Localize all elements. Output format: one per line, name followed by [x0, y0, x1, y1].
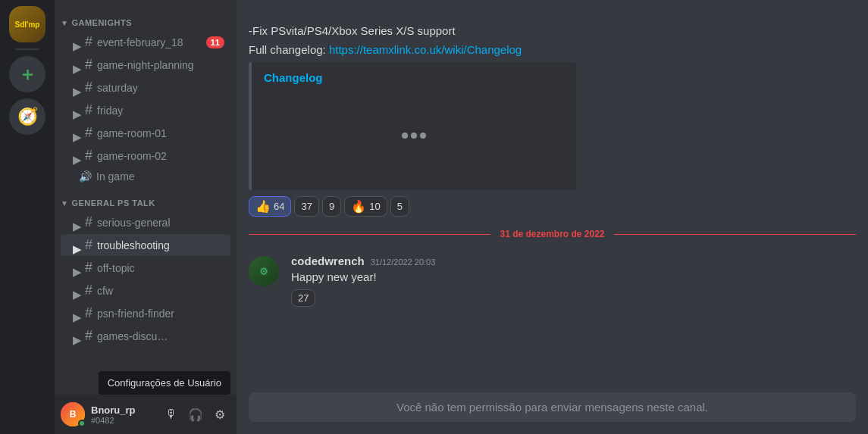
message-text: Happy new year! [291, 269, 856, 285]
hash-icon: # [85, 102, 92, 118]
hash-icon: # [85, 237, 92, 253]
message-username: codedwrench [291, 254, 365, 267]
category-general-ps-talk[interactable]: ▼ GENERAL PS TALK [55, 186, 237, 211]
unread-badge: 11 [206, 36, 224, 48]
reaction-fire[interactable]: 🔥 10 [344, 196, 387, 217]
channel-unread-dot: ▶ [73, 130, 79, 136]
channel-item-game-room-01[interactable]: ▶ # game-room-01 [61, 122, 230, 144]
loading-dot-2 [411, 133, 417, 139]
channel-unread-dot: ▶ [73, 242, 79, 248]
reaction-3[interactable]: 9 [322, 196, 341, 217]
category-gamenights[interactable]: ▼ GAMENIGHTS [55, 6, 237, 30]
channel-item-games-disc[interactable]: ▶ # games-discu… [61, 325, 230, 347]
server-explore-button[interactable]: 🧭 [9, 98, 45, 135]
date-line-left [249, 234, 490, 235]
reaction-thumbsup[interactable]: 👍 64 [249, 196, 291, 217]
channel-list: ▼ GAMENIGHTS ▶ # event-february_18 11 ▶ … [55, 0, 237, 395]
reaction-2[interactable]: 37 [294, 196, 318, 217]
user-settings-button[interactable]: ⚙ [209, 404, 230, 425]
channel-unread-dot: ▶ [73, 288, 79, 294]
channel-unread-dot: ▶ [73, 311, 79, 317]
hash-icon: # [85, 34, 92, 50]
server-icon-sdlmp[interactable]: Sdl'mp [9, 6, 45, 42]
reaction-count: 5 [397, 201, 403, 212]
date-text: 31 de dezembro de 2022 [500, 229, 604, 239]
changelog-link[interactable]: https://teamxlink.co.uk/wiki/Changelog [329, 43, 522, 56]
message-timestamp: 31/12/2022 20:03 [371, 258, 436, 267]
channel-unread-dot: ▶ [73, 220, 79, 226]
loading-dot-3 [420, 133, 426, 139]
date-divider: 31 de dezembro de 2022 [237, 217, 868, 251]
hash-icon: # [85, 328, 92, 344]
embed-loading [264, 90, 564, 181]
channel-item-game-night-planning[interactable]: ▶ # game-night-planning [61, 54, 230, 76]
message-group: ⚙ codedwrench 31/12/2022 20:03 Happy new… [237, 251, 868, 310]
channel-unread-dot: ▶ [73, 85, 79, 91]
channel-item-troubleshooting[interactable]: ▶ # troubleshooting [61, 234, 230, 256]
bottom-bar: Você não tem permissão para enviar mensa… [237, 392, 868, 434]
channel-item-saturday[interactable]: ▶ # saturday [61, 76, 230, 98]
message-body: codedwrench 31/12/2022 20:03 Happy new y… [291, 254, 856, 307]
channel-item-off-topic[interactable]: ▶ # off-topic [61, 257, 230, 279]
server-add-button[interactable]: ＋ [9, 56, 45, 92]
deafen-button[interactable]: 🎧 [185, 404, 206, 425]
hash-icon: # [85, 305, 92, 321]
messages-area: -Fix PSvita/PS4/Xbox Series X/S support … [237, 0, 868, 392]
mute-button[interactable]: 🎙 [161, 404, 182, 425]
channel-item-serious-general[interactable]: ▶ # serious-general [61, 211, 230, 233]
channel-unread-dot: ▶ [73, 108, 79, 114]
channel-item-friday[interactable]: ▶ # friday [61, 99, 230, 121]
user-discriminator: #0482 [91, 416, 155, 425]
add-icon: ＋ [18, 62, 36, 86]
reaction-count: 64 [274, 201, 284, 212]
server-sidebar: Sdl'mp ＋ 🧭 [0, 0, 55, 434]
online-status-indicator [78, 420, 86, 427]
hash-icon: # [85, 260, 92, 276]
embed-title: Changelog [264, 71, 564, 84]
channel-item-game-room-02[interactable]: ▶ # game-room-02 [61, 145, 230, 167]
server-divider [15, 48, 39, 50]
speaker-icon: 🔊 [79, 170, 92, 183]
user-info: Bnoru_rp #0482 [91, 404, 155, 425]
user-controls: 🎙 🎧 ⚙ [161, 404, 230, 425]
message-reaction-count[interactable]: 27 [291, 289, 315, 307]
voice-channel-in-game[interactable]: 🔊 In game [61, 167, 230, 186]
channel-unread-dot: ▶ [73, 153, 79, 159]
changelog-line: Full changelog: https://teamxlink.co.uk/… [249, 43, 856, 56]
channel-item-psn-friend-finder[interactable]: ▶ # psn-friend-finder [61, 302, 230, 324]
user-panel: B Bnoru_rp #0482 🎙 🎧 ⚙ Configurações de … [55, 395, 237, 434]
channel-unread-dot: ▶ [73, 62, 79, 68]
channel-unread-dot: ▶ [73, 265, 79, 271]
channel-item-cfw[interactable]: ▶ # cfw [61, 279, 230, 301]
loading-dot-1 [402, 133, 408, 139]
changelog-label: Full changelog: [249, 43, 326, 56]
hash-icon: # [85, 148, 92, 164]
hash-icon: # [85, 214, 92, 230]
date-line-right [614, 234, 856, 235]
fix-text: -Fix PSvita/PS4/Xbox Series X/S support [249, 24, 856, 37]
chevron-down-icon: ▼ [61, 199, 68, 208]
reaction-count: 10 [369, 201, 380, 212]
message-input-disabled: Você não tem permissão para enviar mensa… [249, 392, 856, 422]
username-display: Bnoru_rp [91, 404, 155, 416]
chevron-down-icon: ▼ [61, 19, 68, 27]
compass-icon: 🧭 [17, 107, 38, 126]
message-reactions: 27 [291, 289, 856, 307]
message-header: codedwrench 31/12/2022 20:03 [291, 254, 856, 267]
channel-sidebar: ▼ GAMENIGHTS ▶ # event-february_18 11 ▶ … [55, 0, 237, 434]
channel-unread-dot: ▶ [73, 333, 79, 339]
reaction-count: 27 [298, 292, 309, 304]
hash-icon: # [85, 57, 92, 73]
avatar: B [61, 402, 85, 426]
channel-unread-dot: ▶ [73, 39, 79, 45]
reaction-5[interactable]: 5 [390, 196, 409, 217]
message-content: -Fix PSvita/PS4/Xbox Series X/S support … [237, 12, 868, 217]
thumbsup-emoji: 👍 [255, 199, 271, 214]
reaction-count: 37 [301, 201, 312, 212]
embed-card: Changelog [249, 62, 576, 190]
avatar: ⚙ [249, 256, 279, 286]
channel-item-event-february18[interactable]: ▶ # event-february_18 11 [61, 31, 230, 53]
reactions-row: 👍 64 37 9 🔥 10 5 [249, 196, 856, 217]
main-content: -Fix PSvita/PS4/Xbox Series X/S support … [237, 0, 868, 434]
hash-icon: # [85, 80, 92, 95]
